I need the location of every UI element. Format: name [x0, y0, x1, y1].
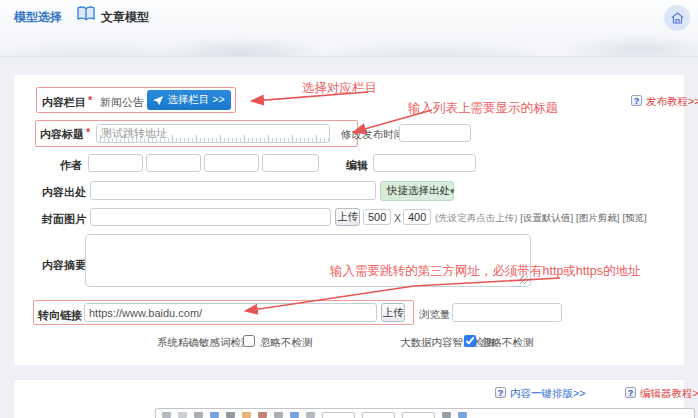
- toolbar-icon-fragment[interactable]: [162, 412, 171, 418]
- summary-label: 内容摘要: [30, 258, 86, 273]
- size-separator: X: [394, 212, 401, 224]
- toolbar-icon-fragment[interactable]: [242, 412, 251, 418]
- editor-input[interactable]: [373, 154, 476, 172]
- select-column-label: 选择栏目 >>: [167, 93, 224, 107]
- cover-hint-text: (先设定再点击上传): [435, 212, 517, 223]
- image-crop-link[interactable]: [图片剪裁]: [576, 212, 619, 223]
- tab-article-model[interactable]: 文章模型: [101, 9, 149, 26]
- source-label: 内容出处: [30, 185, 86, 200]
- title-annotation: 输入列表上需要显示的标题: [408, 100, 558, 117]
- toolbar-icon-fragment[interactable]: [178, 412, 187, 418]
- bigdata-ignore-checkbox[interactable]: [464, 335, 476, 347]
- home-button[interactable]: [664, 5, 690, 31]
- select-column-button[interactable]: 选择栏目 >>: [147, 90, 231, 110]
- toolbar-dropdown[interactable]: [322, 412, 355, 418]
- redirect-upload-button[interactable]: 上传: [381, 303, 405, 322]
- question-icon: ?: [631, 95, 642, 106]
- top-header: 模型选择 文章模型: [0, 0, 698, 57]
- title-label: 内容标题: [40, 127, 84, 142]
- title-input[interactable]: [96, 124, 330, 143]
- bigdata-ignore-label: 忽略不检测: [481, 336, 534, 350]
- cover-width-input[interactable]: [363, 209, 391, 225]
- required-asterisk: *: [88, 94, 92, 106]
- toolbar-dropdown[interactable]: [402, 412, 435, 418]
- cover-label: 封面图片: [30, 212, 86, 227]
- author-input-2[interactable]: [146, 154, 201, 172]
- author-input-1[interactable]: [88, 154, 143, 172]
- sensitive-check-label: 系统精确敏感词检测:: [157, 336, 254, 350]
- toolbar-icon-fragment[interactable]: [458, 412, 467, 418]
- toolbar-icon-fragment[interactable]: [306, 412, 315, 418]
- set-default-link[interactable]: [设置默认值]: [520, 212, 573, 223]
- toolbar-icon-fragment[interactable]: [210, 412, 219, 418]
- cover-upload-button[interactable]: 上传: [335, 208, 360, 226]
- cover-input[interactable]: [90, 208, 331, 226]
- required-asterisk: *: [86, 126, 90, 138]
- home-icon: [671, 12, 684, 24]
- quick-source-select[interactable]: 快捷选择出处 ▾: [380, 181, 454, 201]
- cover-height-input[interactable]: [403, 209, 431, 225]
- chevron-down-icon: ▾: [450, 186, 455, 196]
- book-icon: [77, 6, 95, 22]
- redirect-annotation: 输入需要跳转的第三方网址，必须带有http或https的地址: [330, 263, 640, 280]
- cover-hint: (先设定再点击上传)[设置默认值][图片剪裁][预览]: [435, 212, 647, 225]
- author-input-4[interactable]: [262, 154, 319, 172]
- editor-tutorial-link[interactable]: 编辑器教程>>: [640, 387, 698, 401]
- column-annotation: 选择对应栏目: [302, 80, 377, 97]
- question-icon: ?: [495, 387, 506, 398]
- author-input-3[interactable]: [204, 154, 259, 172]
- toolbar-icon-fragment[interactable]: [274, 412, 283, 418]
- toolbar-icon-fragment[interactable]: [194, 412, 203, 418]
- toolbar-icon-fragment[interactable]: [290, 412, 299, 418]
- sensitive-ignore-label: 忽略不检测: [260, 336, 313, 350]
- column-label: 内容栏目: [42, 95, 86, 110]
- publish-tutorial-link[interactable]: 发布教程>>: [646, 95, 698, 109]
- send-icon: [153, 96, 163, 105]
- sensitive-ignore-checkbox[interactable]: [243, 335, 255, 347]
- author-label: 作者: [30, 158, 82, 173]
- toolbar-icon-fragment[interactable]: [258, 412, 267, 418]
- redirect-input[interactable]: [84, 303, 377, 322]
- tab-model-select[interactable]: 模型选择: [14, 9, 62, 26]
- question-icon: ?: [625, 387, 636, 398]
- views-input[interactable]: [452, 303, 562, 322]
- preview-link[interactable]: [预览]: [622, 212, 646, 223]
- one-click-format-link[interactable]: 内容一键排版>>: [510, 387, 585, 401]
- editor-toolbar[interactable]: [155, 408, 695, 418]
- editor-label: 编辑: [332, 158, 368, 173]
- redirect-label: 转向链接: [38, 308, 82, 323]
- quick-source-label: 快捷选择出处: [387, 184, 450, 198]
- publish-time-input[interactable]: [399, 124, 471, 142]
- toolbar-icon-fragment[interactable]: [226, 412, 235, 418]
- views-label: 浏览量: [419, 308, 451, 322]
- toolbar-dropdown[interactable]: [362, 412, 395, 418]
- publish-time-label: 修改发布时间:: [341, 128, 407, 142]
- source-input[interactable]: [90, 181, 376, 200]
- toolbar-icon-fragment[interactable]: [442, 412, 451, 418]
